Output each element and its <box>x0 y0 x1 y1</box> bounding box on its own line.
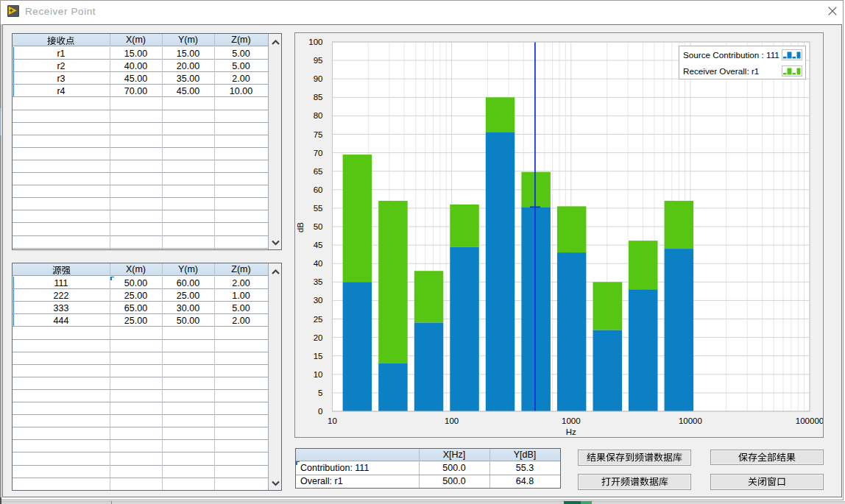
svg-text:10000: 10000 <box>679 416 702 425</box>
svg-text:dB: dB <box>296 222 305 233</box>
svg-text:15: 15 <box>314 352 323 361</box>
svg-text:1000: 1000 <box>562 416 581 425</box>
svg-text:45: 45 <box>314 241 323 249</box>
svg-text:70: 70 <box>314 149 323 157</box>
svg-text:85: 85 <box>314 93 323 102</box>
svg-text:95: 95 <box>314 56 323 65</box>
svg-text:40: 40 <box>314 259 323 268</box>
svg-text:5: 5 <box>318 388 322 397</box>
svg-text:10: 10 <box>314 370 323 379</box>
svg-text:90: 90 <box>314 74 323 83</box>
svg-text:55: 55 <box>314 204 323 213</box>
svg-text:100: 100 <box>445 416 459 425</box>
svg-text:100: 100 <box>308 38 322 46</box>
svg-text:75: 75 <box>314 130 323 139</box>
svg-text:50: 50 <box>314 222 323 231</box>
svg-text:60: 60 <box>314 185 323 194</box>
svg-text:10: 10 <box>328 416 337 425</box>
svg-text:0: 0 <box>318 407 322 416</box>
svg-text:30: 30 <box>314 296 323 305</box>
svg-text:35: 35 <box>314 277 323 286</box>
svg-text:Hz: Hz <box>566 427 576 436</box>
svg-text:25: 25 <box>314 315 323 324</box>
svg-text:20: 20 <box>314 333 323 342</box>
svg-text:100000: 100000 <box>796 416 823 425</box>
svg-text:65: 65 <box>314 167 323 176</box>
svg-text:80: 80 <box>314 111 323 120</box>
